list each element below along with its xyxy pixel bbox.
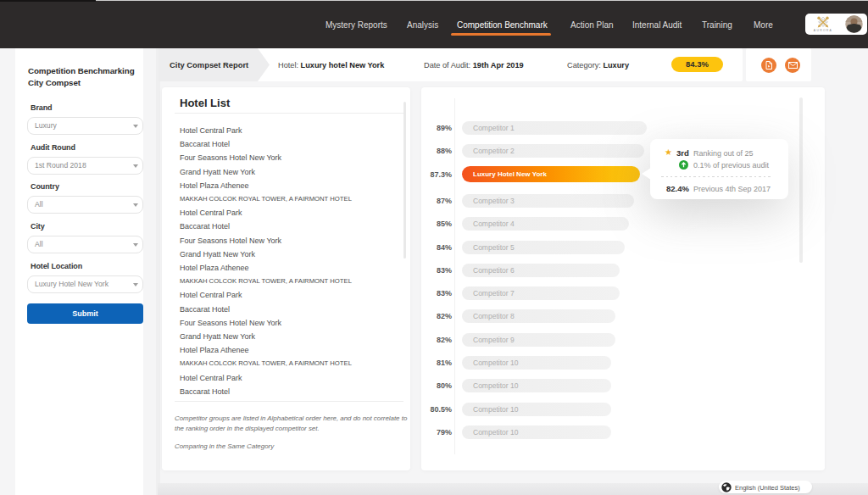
svg-text:AURORA: AURORA: [814, 29, 832, 32]
